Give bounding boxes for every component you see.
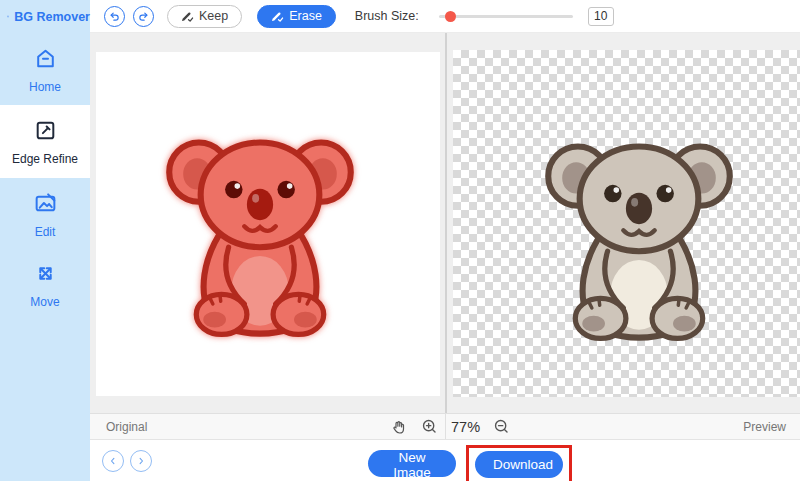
workspace	[90, 33, 800, 413]
keep-button[interactable]: Keep	[167, 5, 242, 28]
app-logo: BG Remover	[0, 0, 90, 33]
download-highlight-box: Download	[466, 445, 572, 481]
brush-size-input[interactable]	[588, 7, 614, 26]
zoom-out-icon[interactable]	[493, 418, 510, 435]
sidebar-item-label: Move	[0, 295, 90, 309]
home-icon	[33, 46, 58, 71]
erase-button[interactable]: Erase	[257, 5, 336, 28]
result-koala-image	[543, 115, 735, 349]
slider-track	[439, 15, 573, 18]
status-bar: Original 77% Preview	[90, 413, 800, 440]
footer-bar: New Image Download	[90, 441, 800, 481]
chevron-left-icon	[107, 455, 119, 467]
slider-thumb[interactable]	[445, 11, 456, 22]
sidebar-item-home[interactable]: Home	[0, 35, 90, 103]
logo-image-icon	[7, 9, 9, 24]
bg-remover-window: BG Remover Home Edge Refine Edit	[0, 0, 800, 481]
preview-canvas[interactable]	[453, 50, 800, 397]
zoom-controls: 77%	[390, 418, 510, 436]
undo-arrow-icon	[108, 10, 121, 23]
zoom-level: 77%	[451, 419, 480, 435]
sidebar: BG Remover Home Edge Refine Edit	[0, 0, 90, 481]
redo-button[interactable]	[133, 6, 154, 27]
hand-pan-icon[interactable]	[390, 418, 408, 436]
sidebar-item-label: Edge Refine	[0, 152, 90, 166]
original-panel	[90, 33, 445, 413]
sidebar-item-label: Edit	[0, 225, 90, 239]
preview-caption: Preview	[743, 420, 786, 434]
redo-arrow-icon	[137, 10, 150, 23]
zoom-in-icon[interactable]	[421, 418, 438, 435]
sidebar-item-move[interactable]: Move	[0, 250, 90, 318]
download-button[interactable]: Download	[475, 451, 563, 478]
pen-check-icon	[181, 10, 194, 23]
sidebar-item-label: Home	[0, 80, 90, 94]
chevron-right-icon	[135, 455, 147, 467]
previous-image-button[interactable]	[102, 450, 124, 472]
undo-button[interactable]	[104, 6, 125, 27]
edit-square-icon	[33, 118, 58, 143]
erase-button-label: Erase	[289, 9, 322, 23]
sidebar-item-edit[interactable]: Edit	[0, 180, 90, 248]
original-caption: Original	[106, 420, 147, 434]
brush-size-label: Brush Size:	[355, 9, 419, 23]
app-title: BG Remover	[14, 10, 90, 24]
sidebar-item-edge-refine[interactable]: Edge Refine	[0, 105, 90, 178]
preview-panel	[447, 33, 800, 413]
masked-koala-image	[164, 111, 356, 345]
erase-canvas[interactable]	[96, 52, 440, 396]
move-arrows-icon	[33, 261, 58, 286]
keep-button-label: Keep	[199, 9, 228, 23]
image-edit-icon	[33, 191, 58, 216]
next-image-button[interactable]	[130, 450, 152, 472]
brush-size-slider[interactable]	[439, 11, 573, 22]
toolbar: Keep Erase Brush Size:	[90, 0, 800, 33]
pen-check-icon	[271, 10, 284, 23]
new-image-button[interactable]: New Image	[368, 450, 456, 477]
